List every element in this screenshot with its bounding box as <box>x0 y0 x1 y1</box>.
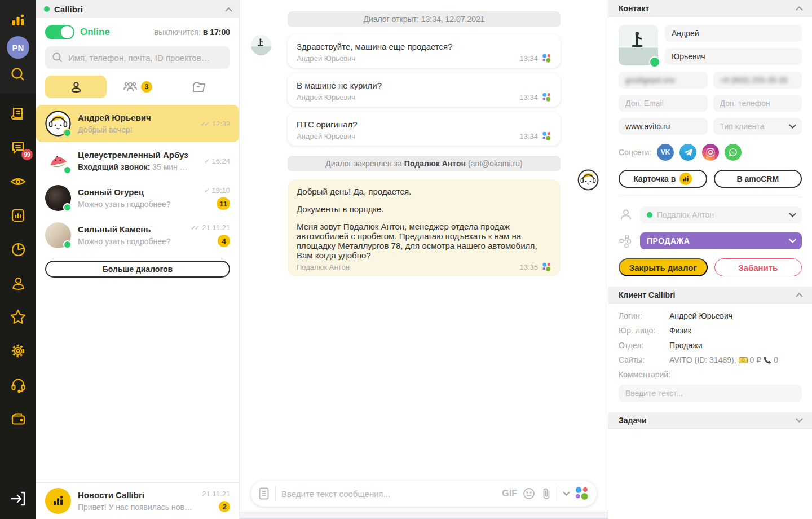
billing-wallet-icon[interactable] <box>7 407 29 430</box>
manager-select[interactable]: Подалюк Антон <box>640 206 802 223</box>
dialog-item-ogurets[interactable]: Сонный Огурец Можно узать подробнее? 19:… <box>36 179 239 217</box>
dialog-preview: Добрый вечер! <box>78 125 193 134</box>
dialog-tabs: 3 <box>45 76 230 98</box>
statistics-pie-icon[interactable] <box>7 238 29 261</box>
reports-icon[interactable] <box>7 204 29 227</box>
collapse-chevron-icon[interactable] <box>796 6 803 14</box>
news-badge: 2 <box>219 501 230 512</box>
dialog-search[interactable] <box>45 46 230 69</box>
vk-icon[interactable]: VK <box>657 144 674 161</box>
scripts-icon[interactable] <box>7 103 29 125</box>
dialog-item-kamen[interactable]: Сильный Камень Можно узать подробнее? 21… <box>36 217 239 254</box>
search-input[interactable] <box>68 53 223 63</box>
more-dialogs-button[interactable]: Больше диалогов <box>45 261 230 278</box>
project-header[interactable]: Callibri <box>36 0 239 18</box>
dept-value: Продажи <box>669 341 802 350</box>
send-channel-icon[interactable] <box>575 486 589 501</box>
client-section-header[interactable]: Клиент Callibri <box>608 287 812 304</box>
extra-phone-field[interactable] <box>713 95 802 112</box>
client-type-select[interactable]: Тип клиента <box>713 118 802 135</box>
group-tab-badge: 3 <box>141 81 152 93</box>
project-title: Callibri <box>54 5 83 14</box>
read-check-icon <box>204 157 210 165</box>
socials-label: Соцсети: <box>619 148 651 157</box>
tab-archive[interactable] <box>169 76 230 98</box>
news-preview: Привет! У нас появилась новая фу… <box>78 503 195 512</box>
eye-icon[interactable] <box>7 170 29 193</box>
close-dialog-button[interactable]: Закрыть диалог <box>619 258 708 276</box>
search-icon[interactable] <box>7 63 29 86</box>
clients-icon[interactable] <box>7 272 29 294</box>
message-text: Документы в порядке. <box>297 204 551 214</box>
read-check-icon <box>204 186 210 195</box>
email-field-blurred[interactable]: grodigерd.srw <box>619 72 708 89</box>
tab-group[interactable]: 3 <box>107 76 168 98</box>
dialog-time: 12:32 <box>211 120 230 128</box>
dialog-item-andrey[interactable]: Андрей Юрьевич Добрый вечер! 12:32 <box>36 105 239 142</box>
dialog-list-panel: Callibri Online выключится: в 17:00 3 <box>36 0 240 519</box>
callibri-channel-icon <box>542 131 551 141</box>
extra-email-field[interactable] <box>619 95 708 112</box>
instagram-icon[interactable] <box>702 144 719 161</box>
funnel-select[interactable]: ПРОДАЖА <box>640 232 802 249</box>
dialog-time: 21.11.21 <box>202 223 230 232</box>
avatar <box>45 148 71 174</box>
favorites-star-icon[interactable] <box>7 306 29 328</box>
expand-chevron-icon[interactable] <box>796 415 803 423</box>
dialog-time: 19:10 <box>211 186 230 195</box>
ban-button[interactable]: Забанить <box>714 258 802 276</box>
callibri-channel-icon <box>542 93 551 102</box>
dept-label: Отдел: <box>619 341 669 350</box>
dialog-list: Андрей Юрьевич Добрый вечер! 12:32 <box>36 105 239 254</box>
news-item[interactable]: Новости Callibri Привет! У нас появилась… <box>36 482 239 519</box>
unread-badge: 11 <box>217 197 230 210</box>
message-author: Андрей Юрьевич <box>297 132 355 140</box>
online-dot <box>649 56 660 68</box>
chevron-down-icon <box>789 210 796 217</box>
message-input[interactable] <box>281 489 496 499</box>
attach-paperclip-icon[interactable] <box>541 487 552 500</box>
news-title: Новости Callibri <box>78 490 195 500</box>
gif-button[interactable]: GIF <box>502 489 517 499</box>
message-author: Подалюк Антон <box>297 263 350 271</box>
tab-personal[interactable] <box>45 76 107 98</box>
phone-field-blurred[interactable]: +8 (800) 255-35-35 <box>713 72 802 89</box>
site-field[interactable] <box>619 118 708 135</box>
sites-value: AVITO (ID: 31489), 0 ₽ 0 <box>669 355 802 364</box>
message-time: 13:35 <box>519 263 538 271</box>
whatsapp-icon[interactable] <box>725 144 742 161</box>
sites-label: Сайты: <box>619 355 669 364</box>
amocrm-button[interactable]: В amoCRM <box>714 170 802 188</box>
chevron-down-icon <box>789 236 796 243</box>
online-status-row: Online выключится: в 17:00 <box>36 18 239 39</box>
emoji-icon[interactable] <box>523 487 535 500</box>
collapse-chevron-icon[interactable] <box>796 293 803 300</box>
comment-label: Комментарий: <box>608 364 812 379</box>
logout-icon[interactable] <box>7 487 29 510</box>
dialog-preview: Входящий звонок: 35 мин … <box>78 162 197 171</box>
support-headset-icon[interactable] <box>7 373 29 396</box>
callibri-card-button[interactable]: Карточка в <box>619 170 707 188</box>
settings-gear-icon[interactable] <box>7 340 29 362</box>
collapse-chevron-icon[interactable] <box>225 7 232 14</box>
user-avatar[interactable]: PN <box>7 36 29 59</box>
templates-icon[interactable] <box>258 487 270 500</box>
telegram-icon[interactable] <box>679 144 696 161</box>
tasks-section-header[interactable]: Задачи <box>608 412 812 429</box>
dialog-name: Сильный Камень <box>78 225 184 234</box>
dialog-preview: Можно узать подробнее? <box>78 237 184 246</box>
channel-select-chevron-icon[interactable] <box>564 491 569 496</box>
dialog-name: Андрей Юрьевич <box>78 113 193 122</box>
online-toggle[interactable] <box>45 25 74 39</box>
callibri-logo-icon <box>7 9 29 32</box>
first-name-field[interactable] <box>665 25 802 42</box>
chats-icon[interactable]: 99 <box>7 137 29 159</box>
last-name-field[interactable] <box>665 48 802 65</box>
unread-badge: 4 <box>218 235 230 247</box>
autoswitch-time-link[interactable]: в 17:00 <box>203 28 230 37</box>
message-time: 13:34 <box>519 93 538 102</box>
contact-section-header[interactable]: Контакт <box>608 0 812 17</box>
manager-person-icon <box>619 208 633 222</box>
comment-input[interactable] <box>619 385 802 402</box>
dialog-item-arbuz[interactable]: Целеустремленный Арбуз Входящий звонок: … <box>36 142 239 179</box>
